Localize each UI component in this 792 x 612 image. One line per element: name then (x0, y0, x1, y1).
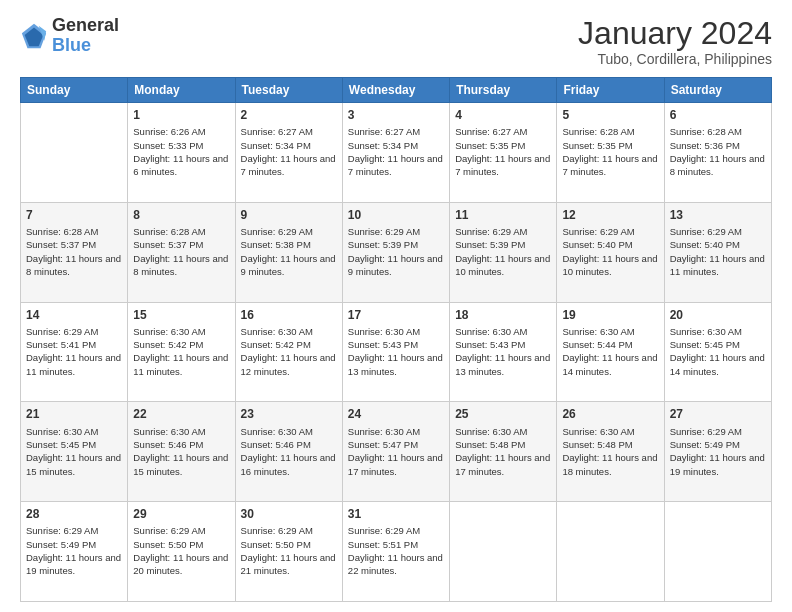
calendar-header-monday: Monday (128, 78, 235, 103)
logo-text: General Blue (52, 16, 119, 56)
day-number: 15 (133, 307, 229, 323)
day-detail: Sunrise: 6:30 AM Sunset: 5:43 PM Dayligh… (455, 325, 551, 378)
calendar-cell: 25Sunrise: 6:30 AM Sunset: 5:48 PM Dayli… (450, 402, 557, 502)
calendar-header-saturday: Saturday (664, 78, 771, 103)
calendar-cell: 20Sunrise: 6:30 AM Sunset: 5:45 PM Dayli… (664, 302, 771, 402)
day-detail: Sunrise: 6:28 AM Sunset: 5:36 PM Dayligh… (670, 125, 766, 178)
calendar-cell: 5Sunrise: 6:28 AM Sunset: 5:35 PM Daylig… (557, 103, 664, 203)
day-detail: Sunrise: 6:28 AM Sunset: 5:35 PM Dayligh… (562, 125, 658, 178)
calendar-cell: 18Sunrise: 6:30 AM Sunset: 5:43 PM Dayli… (450, 302, 557, 402)
calendar-cell: 9Sunrise: 6:29 AM Sunset: 5:38 PM Daylig… (235, 202, 342, 302)
calendar-cell: 16Sunrise: 6:30 AM Sunset: 5:42 PM Dayli… (235, 302, 342, 402)
main-title: January 2024 (578, 16, 772, 51)
calendar-cell: 26Sunrise: 6:30 AM Sunset: 5:48 PM Dayli… (557, 402, 664, 502)
day-number: 2 (241, 107, 337, 123)
calendar-cell: 23Sunrise: 6:30 AM Sunset: 5:46 PM Dayli… (235, 402, 342, 502)
day-detail: Sunrise: 6:29 AM Sunset: 5:49 PM Dayligh… (670, 425, 766, 478)
calendar-cell: 13Sunrise: 6:29 AM Sunset: 5:40 PM Dayli… (664, 202, 771, 302)
calendar-cell: 24Sunrise: 6:30 AM Sunset: 5:47 PM Dayli… (342, 402, 449, 502)
day-number: 30 (241, 506, 337, 522)
day-detail: Sunrise: 6:29 AM Sunset: 5:38 PM Dayligh… (241, 225, 337, 278)
calendar-cell (21, 103, 128, 203)
calendar-header-row: SundayMondayTuesdayWednesdayThursdayFrid… (21, 78, 772, 103)
calendar-cell (664, 502, 771, 602)
day-number: 16 (241, 307, 337, 323)
page: General Blue January 2024 Tubo, Cordille… (0, 0, 792, 612)
day-detail: Sunrise: 6:29 AM Sunset: 5:49 PM Dayligh… (26, 524, 122, 577)
day-detail: Sunrise: 6:30 AM Sunset: 5:45 PM Dayligh… (670, 325, 766, 378)
day-number: 8 (133, 207, 229, 223)
calendar-cell: 28Sunrise: 6:29 AM Sunset: 5:49 PM Dayli… (21, 502, 128, 602)
day-detail: Sunrise: 6:29 AM Sunset: 5:40 PM Dayligh… (670, 225, 766, 278)
header: General Blue January 2024 Tubo, Cordille… (20, 16, 772, 67)
calendar-cell: 17Sunrise: 6:30 AM Sunset: 5:43 PM Dayli… (342, 302, 449, 402)
calendar-header-tuesday: Tuesday (235, 78, 342, 103)
calendar-cell: 30Sunrise: 6:29 AM Sunset: 5:50 PM Dayli… (235, 502, 342, 602)
day-number: 24 (348, 406, 444, 422)
day-detail: Sunrise: 6:30 AM Sunset: 5:48 PM Dayligh… (455, 425, 551, 478)
calendar-cell: 6Sunrise: 6:28 AM Sunset: 5:36 PM Daylig… (664, 103, 771, 203)
day-number: 10 (348, 207, 444, 223)
title-block: January 2024 Tubo, Cordillera, Philippin… (578, 16, 772, 67)
calendar-table: SundayMondayTuesdayWednesdayThursdayFrid… (20, 77, 772, 602)
day-number: 25 (455, 406, 551, 422)
calendar-cell: 7Sunrise: 6:28 AM Sunset: 5:37 PM Daylig… (21, 202, 128, 302)
day-detail: Sunrise: 6:30 AM Sunset: 5:47 PM Dayligh… (348, 425, 444, 478)
day-detail: Sunrise: 6:30 AM Sunset: 5:42 PM Dayligh… (241, 325, 337, 378)
day-detail: Sunrise: 6:30 AM Sunset: 5:43 PM Dayligh… (348, 325, 444, 378)
day-detail: Sunrise: 6:26 AM Sunset: 5:33 PM Dayligh… (133, 125, 229, 178)
day-detail: Sunrise: 6:28 AM Sunset: 5:37 PM Dayligh… (26, 225, 122, 278)
day-number: 29 (133, 506, 229, 522)
day-detail: Sunrise: 6:29 AM Sunset: 5:51 PM Dayligh… (348, 524, 444, 577)
day-number: 19 (562, 307, 658, 323)
calendar-cell: 3Sunrise: 6:27 AM Sunset: 5:34 PM Daylig… (342, 103, 449, 203)
calendar-week-row: 14Sunrise: 6:29 AM Sunset: 5:41 PM Dayli… (21, 302, 772, 402)
calendar-cell (557, 502, 664, 602)
calendar-week-row: 1Sunrise: 6:26 AM Sunset: 5:33 PM Daylig… (21, 103, 772, 203)
calendar-cell: 12Sunrise: 6:29 AM Sunset: 5:40 PM Dayli… (557, 202, 664, 302)
day-detail: Sunrise: 6:30 AM Sunset: 5:48 PM Dayligh… (562, 425, 658, 478)
day-number: 9 (241, 207, 337, 223)
logo: General Blue (20, 16, 119, 56)
day-detail: Sunrise: 6:29 AM Sunset: 5:41 PM Dayligh… (26, 325, 122, 378)
calendar-cell: 22Sunrise: 6:30 AM Sunset: 5:46 PM Dayli… (128, 402, 235, 502)
calendar-cell: 11Sunrise: 6:29 AM Sunset: 5:39 PM Dayli… (450, 202, 557, 302)
calendar-header-wednesday: Wednesday (342, 78, 449, 103)
day-detail: Sunrise: 6:30 AM Sunset: 5:46 PM Dayligh… (133, 425, 229, 478)
day-number: 3 (348, 107, 444, 123)
calendar-cell (450, 502, 557, 602)
calendar-header-thursday: Thursday (450, 78, 557, 103)
calendar-cell: 8Sunrise: 6:28 AM Sunset: 5:37 PM Daylig… (128, 202, 235, 302)
day-number: 28 (26, 506, 122, 522)
calendar-header-sunday: Sunday (21, 78, 128, 103)
day-detail: Sunrise: 6:28 AM Sunset: 5:37 PM Dayligh… (133, 225, 229, 278)
day-number: 27 (670, 406, 766, 422)
calendar-cell: 10Sunrise: 6:29 AM Sunset: 5:39 PM Dayli… (342, 202, 449, 302)
day-detail: Sunrise: 6:30 AM Sunset: 5:42 PM Dayligh… (133, 325, 229, 378)
day-detail: Sunrise: 6:27 AM Sunset: 5:35 PM Dayligh… (455, 125, 551, 178)
day-number: 12 (562, 207, 658, 223)
day-number: 18 (455, 307, 551, 323)
calendar-cell: 31Sunrise: 6:29 AM Sunset: 5:51 PM Dayli… (342, 502, 449, 602)
day-number: 5 (562, 107, 658, 123)
calendar-cell: 4Sunrise: 6:27 AM Sunset: 5:35 PM Daylig… (450, 103, 557, 203)
day-detail: Sunrise: 6:29 AM Sunset: 5:50 PM Dayligh… (133, 524, 229, 577)
day-number: 23 (241, 406, 337, 422)
subtitle: Tubo, Cordillera, Philippines (578, 51, 772, 67)
day-detail: Sunrise: 6:29 AM Sunset: 5:39 PM Dayligh… (348, 225, 444, 278)
day-number: 22 (133, 406, 229, 422)
logo-icon (20, 22, 48, 50)
calendar-cell: 27Sunrise: 6:29 AM Sunset: 5:49 PM Dayli… (664, 402, 771, 502)
day-detail: Sunrise: 6:30 AM Sunset: 5:45 PM Dayligh… (26, 425, 122, 478)
day-number: 1 (133, 107, 229, 123)
day-detail: Sunrise: 6:30 AM Sunset: 5:46 PM Dayligh… (241, 425, 337, 478)
day-number: 21 (26, 406, 122, 422)
day-detail: Sunrise: 6:27 AM Sunset: 5:34 PM Dayligh… (241, 125, 337, 178)
day-number: 20 (670, 307, 766, 323)
day-number: 6 (670, 107, 766, 123)
day-number: 31 (348, 506, 444, 522)
calendar-cell: 15Sunrise: 6:30 AM Sunset: 5:42 PM Dayli… (128, 302, 235, 402)
calendar-cell: 14Sunrise: 6:29 AM Sunset: 5:41 PM Dayli… (21, 302, 128, 402)
calendar-cell: 21Sunrise: 6:30 AM Sunset: 5:45 PM Dayli… (21, 402, 128, 502)
calendar-week-row: 28Sunrise: 6:29 AM Sunset: 5:49 PM Dayli… (21, 502, 772, 602)
